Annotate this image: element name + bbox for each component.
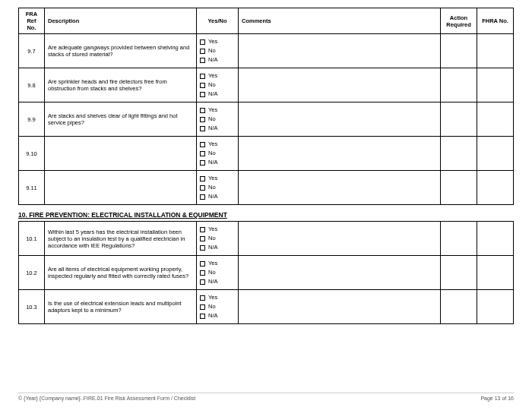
footer-right: Page 13 of 16 — [480, 396, 514, 401]
table-row: 10.3Is the use of electrical extension l… — [19, 290, 514, 324]
cell-fhra[interactable] — [477, 102, 514, 137]
cell-ref: 9.11 — [19, 171, 45, 205]
cell-fhra[interactable] — [477, 290, 514, 324]
checkbox-na[interactable] — [200, 92, 205, 97]
checkbox-no[interactable] — [200, 236, 205, 241]
cell-fhra[interactable] — [477, 137, 514, 171]
checklist-table-2: 10.1Within last 5 years has the electric… — [18, 221, 514, 324]
cell-action[interactable] — [441, 256, 477, 290]
cell-comments[interactable] — [239, 137, 441, 171]
label-yes: Yes — [208, 106, 217, 115]
checkbox-no[interactable] — [200, 270, 205, 276]
checkbox-no[interactable] — [200, 304, 205, 310]
table-row: 9.8Are sprinkler heads and fire detector… — [19, 68, 514, 102]
label-yes: Yes — [208, 259, 217, 268]
cell-desc: Is the use of electrical extension leads… — [45, 290, 197, 324]
cell-desc: Are adequate gangways provided between s… — [45, 34, 197, 68]
label-na: N/A — [208, 192, 218, 201]
cell-desc: Are sprinkler heads and fire detectors f… — [45, 68, 197, 102]
cell-ref: 9.10 — [19, 137, 45, 171]
label-no: No — [208, 46, 216, 55]
yes-no-cell: YesNoN/A — [197, 222, 239, 256]
table-row: 9.10YesNoN/A — [19, 137, 514, 171]
cell-action[interactable] — [441, 68, 477, 102]
cell-comments[interactable] — [239, 256, 441, 290]
checkbox-na[interactable] — [200, 194, 205, 200]
cell-desc: Are stacks and shelves clear of light fi… — [45, 102, 197, 137]
label-yes: Yes — [208, 71, 217, 80]
cell-fhra[interactable] — [477, 68, 514, 102]
cell-fhra[interactable] — [477, 34, 514, 68]
checkbox-na[interactable] — [200, 314, 205, 319]
checkbox-yes[interactable] — [200, 295, 205, 301]
cell-action[interactable] — [441, 137, 477, 171]
cell-comments[interactable] — [239, 68, 441, 102]
checkbox-yes[interactable] — [200, 142, 205, 147]
page-footer: © {Year} {Company name}..FIRE.01 Fire Ri… — [18, 393, 514, 401]
checkbox-na[interactable] — [200, 160, 205, 166]
label-na: N/A — [208, 311, 218, 320]
checkbox-na[interactable] — [200, 279, 205, 285]
footer-left: © {Year} {Company name}..FIRE.01 Fire Ri… — [18, 396, 195, 401]
cell-comments[interactable] — [239, 171, 441, 205]
checkbox-no[interactable] — [200, 151, 205, 156]
checkbox-yes[interactable] — [200, 261, 205, 266]
cell-comments[interactable] — [239, 34, 441, 68]
cell-fhra[interactable] — [477, 256, 514, 290]
checkbox-yes[interactable] — [200, 176, 205, 181]
cell-ref: 9.8 — [19, 68, 45, 102]
table-header-row: FRA Ref No. Description Yes/No Comments … — [19, 8, 514, 34]
label-yes: Yes — [208, 225, 217, 234]
yes-no-cell: YesNoN/A — [197, 34, 239, 68]
checkbox-na[interactable] — [200, 245, 205, 251]
checkbox-no[interactable] — [200, 185, 205, 191]
yes-no-cell: YesNoN/A — [197, 102, 239, 137]
label-yes: Yes — [208, 174, 217, 183]
yes-no-cell: YesNoN/A — [197, 68, 239, 102]
cell-action[interactable] — [441, 290, 477, 324]
cell-fhra[interactable] — [477, 171, 514, 205]
cell-comments[interactable] — [239, 290, 441, 324]
cell-action[interactable] — [441, 222, 477, 256]
checkbox-na[interactable] — [200, 126, 205, 131]
yes-no-cell: YesNoN/A — [197, 256, 239, 290]
cell-action[interactable] — [441, 102, 477, 137]
label-no: No — [208, 268, 216, 277]
label-na: N/A — [208, 90, 218, 99]
cell-action[interactable] — [441, 34, 477, 68]
yes-no-cell: YesNoN/A — [197, 137, 239, 171]
table-row: 9.7Are adequate gangways provided betwee… — [19, 34, 514, 68]
label-no: No — [208, 115, 216, 124]
checkbox-yes[interactable] — [200, 227, 205, 232]
header-action: Action Required — [441, 8, 477, 34]
header-ref: FRA Ref No. — [19, 8, 45, 34]
checkbox-no[interactable] — [200, 49, 205, 54]
cell-action[interactable] — [441, 171, 477, 205]
checkbox-yes[interactable] — [200, 74, 205, 79]
cell-comments[interactable] — [239, 222, 441, 256]
header-fhra: FHRA No. — [477, 8, 514, 34]
checkbox-no[interactable] — [200, 83, 205, 88]
checkbox-no[interactable] — [200, 117, 205, 122]
yes-no-cell: YesNoN/A — [197, 171, 239, 205]
label-na: N/A — [208, 55, 218, 65]
table-row: 10.2Are all items of electrical equipmen… — [19, 256, 514, 290]
label-na: N/A — [208, 158, 218, 167]
label-yes: Yes — [208, 37, 217, 46]
cell-desc: Are all items of electrical equipment wo… — [45, 256, 197, 290]
cell-ref: 10.2 — [19, 256, 45, 290]
checkbox-na[interactable] — [200, 58, 205, 63]
cell-desc — [45, 137, 197, 171]
checkbox-yes[interactable] — [200, 39, 205, 45]
cell-fhra[interactable] — [477, 222, 514, 256]
header-yn: Yes/No — [197, 8, 239, 34]
cell-comments[interactable] — [239, 102, 441, 137]
table-row: 9.11YesNoN/A — [19, 171, 514, 205]
table-row: 9.9Are stacks and shelves clear of light… — [19, 102, 514, 137]
header-comments: Comments — [239, 8, 441, 34]
checkbox-yes[interactable] — [200, 108, 205, 113]
label-no: No — [208, 149, 216, 158]
label-yes: Yes — [208, 293, 217, 302]
checklist-table-1: FRA Ref No. Description Yes/No Comments … — [18, 8, 514, 205]
yes-no-cell: YesNoN/A — [197, 290, 239, 324]
